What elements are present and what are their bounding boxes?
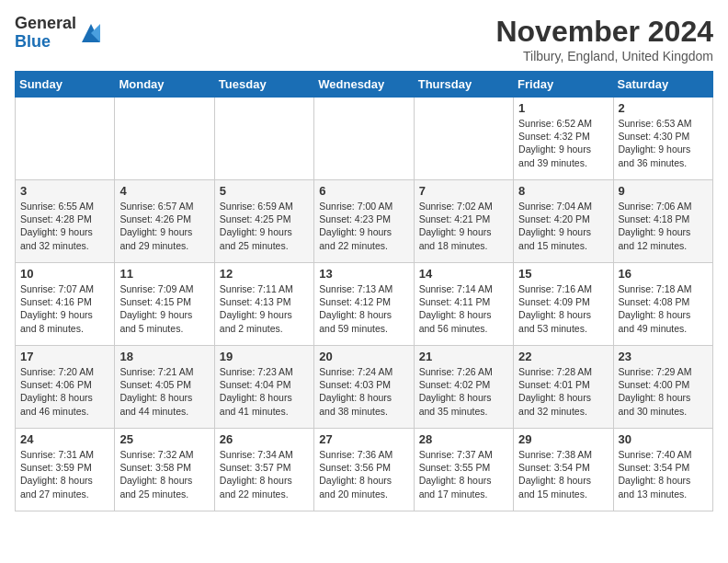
- title-block: November 2024 Tilbury, England, United K…: [495, 15, 713, 63]
- day-number: 30: [619, 432, 708, 446]
- calendar-cell: 13Sunrise: 7:13 AM Sunset: 4:12 PM Dayli…: [314, 263, 414, 346]
- day-info: Sunrise: 6:53 AM Sunset: 4:30 PM Dayligh…: [619, 117, 708, 169]
- day-info: Sunrise: 7:24 AM Sunset: 4:03 PM Dayligh…: [319, 365, 408, 418]
- day-number: 9: [619, 184, 708, 198]
- day-number: 8: [518, 184, 608, 198]
- calendar-week-row: 10Sunrise: 7:07 AM Sunset: 4:16 PM Dayli…: [16, 263, 713, 346]
- day-info: Sunrise: 7:00 AM Sunset: 4:23 PM Dayligh…: [319, 200, 408, 252]
- calendar-cell: 25Sunrise: 7:32 AM Sunset: 3:58 PM Dayli…: [115, 429, 214, 511]
- day-info: Sunrise: 7:28 AM Sunset: 4:01 PM Dayligh…: [518, 365, 608, 418]
- day-of-week-header: Monday: [115, 72, 214, 98]
- calendar-cell: 2Sunrise: 6:53 AM Sunset: 4:30 PM Daylig…: [613, 98, 712, 180]
- day-number: 26: [220, 432, 309, 446]
- logo-text: General Blue: [15, 15, 76, 52]
- day-number: 15: [518, 267, 608, 281]
- calendar-cell: 7Sunrise: 7:02 AM Sunset: 4:21 PM Daylig…: [414, 180, 513, 263]
- day-number: 14: [419, 267, 508, 281]
- day-info: Sunrise: 7:37 AM Sunset: 3:55 PM Dayligh…: [419, 448, 508, 500]
- calendar-cell: [115, 98, 214, 180]
- calendar-cell: [314, 98, 414, 180]
- day-number: 5: [220, 184, 309, 198]
- calendar-cell: 20Sunrise: 7:24 AM Sunset: 4:03 PM Dayli…: [314, 346, 414, 429]
- day-number: 20: [319, 350, 408, 363]
- day-number: 4: [119, 184, 209, 198]
- day-number: 24: [20, 432, 109, 446]
- header-row: SundayMondayTuesdayWednesdayThursdayFrid…: [16, 72, 713, 98]
- day-info: Sunrise: 7:20 AM Sunset: 4:06 PM Dayligh…: [20, 365, 109, 418]
- day-info: Sunrise: 6:55 AM Sunset: 4:28 PM Dayligh…: [20, 200, 109, 252]
- day-number: 7: [419, 184, 508, 198]
- calendar-cell: 23Sunrise: 7:29 AM Sunset: 4:00 PM Dayli…: [613, 346, 712, 429]
- calendar-cell: 14Sunrise: 7:14 AM Sunset: 4:11 PM Dayli…: [414, 263, 513, 346]
- day-info: Sunrise: 7:31 AM Sunset: 3:59 PM Dayligh…: [20, 448, 109, 500]
- calendar-cell: 4Sunrise: 6:57 AM Sunset: 4:26 PM Daylig…: [115, 180, 214, 263]
- day-of-week-header: Sunday: [16, 72, 115, 98]
- day-number: 10: [20, 267, 109, 281]
- day-info: Sunrise: 7:07 AM Sunset: 4:16 PM Dayligh…: [20, 282, 109, 335]
- calendar-cell: 30Sunrise: 7:40 AM Sunset: 3:54 PM Dayli…: [613, 429, 712, 511]
- location: Tilbury, England, United Kingdom: [495, 49, 713, 63]
- day-info: Sunrise: 7:23 AM Sunset: 4:04 PM Dayligh…: [220, 365, 309, 418]
- calendar-cell: 15Sunrise: 7:16 AM Sunset: 4:09 PM Dayli…: [514, 263, 613, 346]
- calendar-cell: [414, 98, 513, 180]
- calendar-cell: 26Sunrise: 7:34 AM Sunset: 3:57 PM Dayli…: [214, 429, 313, 511]
- day-info: Sunrise: 7:09 AM Sunset: 4:15 PM Dayligh…: [119, 282, 209, 335]
- day-number: 19: [220, 350, 309, 363]
- calendar-cell: 10Sunrise: 7:07 AM Sunset: 4:16 PM Dayli…: [16, 263, 115, 346]
- calendar-cell: 17Sunrise: 7:20 AM Sunset: 4:06 PM Dayli…: [16, 346, 115, 429]
- day-info: Sunrise: 7:02 AM Sunset: 4:21 PM Dayligh…: [419, 200, 508, 252]
- day-number: 25: [119, 432, 209, 446]
- day-info: Sunrise: 7:18 AM Sunset: 4:08 PM Dayligh…: [619, 282, 708, 335]
- calendar-cell: 18Sunrise: 7:21 AM Sunset: 4:05 PM Dayli…: [115, 346, 214, 429]
- calendar-cell: 9Sunrise: 7:06 AM Sunset: 4:18 PM Daylig…: [613, 180, 712, 263]
- day-info: Sunrise: 7:38 AM Sunset: 3:54 PM Dayligh…: [518, 448, 608, 500]
- day-info: Sunrise: 7:14 AM Sunset: 4:11 PM Dayligh…: [419, 282, 508, 335]
- calendar-table: SundayMondayTuesdayWednesdayThursdayFrid…: [15, 71, 713, 511]
- day-number: 6: [319, 184, 408, 198]
- day-info: Sunrise: 7:21 AM Sunset: 4:05 PM Dayligh…: [119, 365, 209, 418]
- day-info: Sunrise: 6:52 AM Sunset: 4:32 PM Dayligh…: [518, 117, 608, 169]
- calendar-cell: 6Sunrise: 7:00 AM Sunset: 4:23 PM Daylig…: [314, 180, 414, 263]
- day-info: Sunrise: 7:04 AM Sunset: 4:20 PM Dayligh…: [518, 200, 608, 252]
- calendar-week-row: 3Sunrise: 6:55 AM Sunset: 4:28 PM Daylig…: [16, 180, 713, 263]
- month-title: November 2024: [495, 15, 713, 49]
- page-header: General Blue November 2024 Tilbury, Engl…: [15, 15, 713, 63]
- day-number: 17: [20, 350, 109, 363]
- calendar-week-row: 1Sunrise: 6:52 AM Sunset: 4:32 PM Daylig…: [16, 98, 713, 180]
- calendar-cell: 21Sunrise: 7:26 AM Sunset: 4:02 PM Dayli…: [414, 346, 513, 429]
- day-of-week-header: Tuesday: [214, 72, 313, 98]
- calendar-week-row: 24Sunrise: 7:31 AM Sunset: 3:59 PM Dayli…: [16, 429, 713, 511]
- day-number: 27: [319, 432, 408, 446]
- calendar-cell: 24Sunrise: 7:31 AM Sunset: 3:59 PM Dayli…: [16, 429, 115, 511]
- day-info: Sunrise: 7:16 AM Sunset: 4:09 PM Dayligh…: [518, 282, 608, 335]
- calendar-cell: [16, 98, 115, 180]
- logo-icon: [78, 20, 104, 46]
- day-number: 3: [20, 184, 109, 198]
- logo-general: General: [15, 15, 76, 33]
- day-info: Sunrise: 7:13 AM Sunset: 4:12 PM Dayligh…: [319, 282, 408, 335]
- logo: General Blue: [15, 15, 104, 52]
- day-number: 11: [119, 267, 209, 281]
- day-info: Sunrise: 6:59 AM Sunset: 4:25 PM Dayligh…: [220, 200, 309, 252]
- day-info: Sunrise: 7:32 AM Sunset: 3:58 PM Dayligh…: [119, 448, 209, 500]
- day-number: 16: [619, 267, 708, 281]
- logo-blue: Blue: [15, 33, 76, 52]
- day-info: Sunrise: 7:34 AM Sunset: 3:57 PM Dayligh…: [220, 448, 309, 500]
- calendar-cell: 12Sunrise: 7:11 AM Sunset: 4:13 PM Dayli…: [214, 263, 313, 346]
- calendar-cell: 22Sunrise: 7:28 AM Sunset: 4:01 PM Dayli…: [514, 346, 613, 429]
- calendar-cell: 8Sunrise: 7:04 AM Sunset: 4:20 PM Daylig…: [514, 180, 613, 263]
- day-number: 13: [319, 267, 408, 281]
- day-info: Sunrise: 7:29 AM Sunset: 4:00 PM Dayligh…: [619, 365, 708, 418]
- day-of-week-header: Thursday: [414, 72, 513, 98]
- calendar-cell: 3Sunrise: 6:55 AM Sunset: 4:28 PM Daylig…: [16, 180, 115, 263]
- calendar-cell: 29Sunrise: 7:38 AM Sunset: 3:54 PM Dayli…: [514, 429, 613, 511]
- calendar-cell: 16Sunrise: 7:18 AM Sunset: 4:08 PM Dayli…: [613, 263, 712, 346]
- day-number: 28: [419, 432, 508, 446]
- day-info: Sunrise: 7:36 AM Sunset: 3:56 PM Dayligh…: [319, 448, 408, 500]
- calendar-cell: 5Sunrise: 6:59 AM Sunset: 4:25 PM Daylig…: [214, 180, 313, 263]
- calendar-cell: 28Sunrise: 7:37 AM Sunset: 3:55 PM Dayli…: [414, 429, 513, 511]
- day-info: Sunrise: 7:40 AM Sunset: 3:54 PM Dayligh…: [619, 448, 708, 500]
- calendar-week-row: 17Sunrise: 7:20 AM Sunset: 4:06 PM Dayli…: [16, 346, 713, 429]
- calendar-cell: [214, 98, 313, 180]
- day-info: Sunrise: 7:06 AM Sunset: 4:18 PM Dayligh…: [619, 200, 708, 252]
